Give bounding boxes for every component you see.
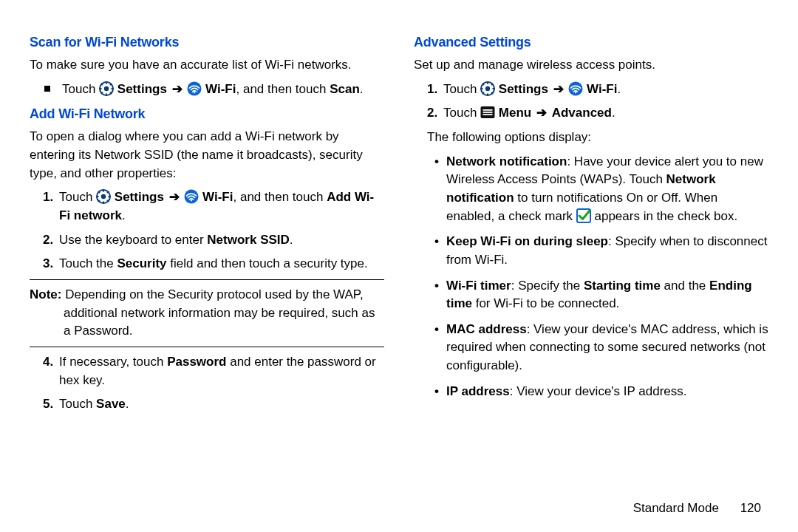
label-menu: Menu: [499, 106, 531, 120]
opt-title: MAC address: [446, 322, 527, 336]
text: .: [290, 233, 293, 247]
svg-line-20: [107, 191, 109, 193]
arrow-icon: ➔: [535, 106, 548, 120]
svg-line-8: [110, 83, 112, 85]
svg-line-7: [110, 92, 112, 94]
add-step-5: Touch Save.: [43, 395, 384, 414]
option-wifi-timer: Wi-Fi timer: Specify the Starting time a…: [434, 277, 768, 313]
label-settings: Settings: [117, 82, 167, 96]
text: Use the keyboard to enter: [59, 233, 207, 247]
label-settings: Settings: [115, 190, 164, 204]
svg-line-33: [482, 92, 484, 94]
add-intro: To open a dialog where you can add a Wi-…: [30, 128, 384, 183]
label-start-time: Starting time: [584, 279, 661, 293]
label-wifi: Wi-Fi: [202, 190, 233, 204]
opt-title: IP address: [446, 384, 510, 398]
svg-point-35: [575, 92, 576, 93]
label-security: Security: [117, 256, 166, 270]
arrow-icon: ➔: [171, 82, 184, 96]
add-step-2: Use the keyboard to enter Network SSID.: [43, 231, 384, 250]
options-intro: The following options display:: [414, 129, 768, 147]
add-steps-cont: If necessary, touch Password and enter t…: [30, 353, 384, 414]
footer-mode: Standard Mode: [633, 501, 719, 515]
text: and the: [661, 279, 709, 293]
text: appears in the check box.: [595, 209, 738, 223]
settings-icon: [96, 189, 111, 204]
text: : View your device's IP address.: [510, 384, 687, 398]
page-number: 120: [740, 501, 761, 515]
heading-scan: Scan for Wi-Fi Networks: [30, 33, 384, 52]
text: If necessary, touch: [59, 355, 167, 369]
adv-step-2: Touch Menu ➔ Advanced.: [427, 104, 768, 123]
option-mac-address: MAC address: View your device's MAC addr…: [434, 321, 768, 375]
heading-add: Add Wi-Fi Network: [30, 104, 384, 123]
label-save: Save: [96, 397, 126, 411]
option-ip-address: IP address: View your device's IP addres…: [434, 383, 768, 401]
svg-line-32: [491, 83, 493, 85]
label-advanced: Advanced: [552, 106, 612, 120]
option-keep-wifi-sleep: Keep Wi-Fi on during sleep: Specify when…: [434, 233, 768, 269]
text: .: [360, 82, 364, 96]
label-wifi: Wi-Fi: [587, 82, 617, 96]
wifi-icon: [187, 81, 202, 96]
add-step-4: If necessary, touch Password and enter t…: [43, 353, 384, 389]
note-label: Note:: [30, 287, 61, 301]
label-wifi: Wi-Fi: [205, 82, 236, 96]
heading-advanced: Advanced Settings: [414, 33, 768, 52]
note-body: Note: Depending on the Security protocol…: [30, 283, 384, 344]
text: Touch the: [59, 256, 117, 270]
svg-line-18: [98, 191, 100, 193]
left-column: Scan for Wi-Fi Networks To make sure you…: [30, 30, 384, 458]
svg-rect-37: [483, 109, 493, 111]
wifi-icon: [184, 189, 199, 204]
adv-steps: Touch Settings ➔ Wi-Fi. Touch Menu ➔ Adv…: [414, 81, 768, 123]
adv-step-1: Touch Settings ➔ Wi-Fi.: [427, 81, 768, 99]
svg-rect-39: [483, 115, 493, 116]
opt-title: Network notification: [446, 154, 567, 168]
svg-line-6: [101, 83, 103, 85]
svg-point-11: [194, 92, 195, 93]
option-network-notification: Network notification: Have your device a…: [434, 153, 768, 226]
settings-icon: [99, 81, 114, 96]
text: : Specify the: [511, 279, 584, 293]
add-steps: Touch Settings ➔ Wi-Fi, and then touch A…: [30, 188, 384, 273]
svg-point-25: [485, 86, 490, 91]
menu-icon: [480, 105, 495, 120]
arrow-icon: ➔: [552, 82, 565, 96]
scan-step-1: Touch Settings ➔ Wi-Fi, and then touch S…: [43, 81, 384, 99]
svg-line-30: [482, 83, 484, 85]
opt-title: Wi-Fi timer: [446, 279, 511, 293]
text: Touch: [59, 397, 96, 411]
text: for Wi-Fi to be connected.: [472, 296, 619, 310]
svg-point-13: [101, 194, 106, 199]
add-step-1: Touch Settings ➔ Wi-Fi, and then touch A…: [43, 188, 384, 225]
label-scan: Scan: [330, 82, 360, 96]
svg-point-23: [191, 200, 192, 202]
label-settings: Settings: [499, 82, 548, 96]
wifi-icon: [568, 81, 583, 96]
svg-line-9: [101, 92, 103, 94]
note-text: Depending on the Security protocol used …: [61, 287, 375, 338]
adv-intro: Set up and manage wireless access points…: [414, 56, 768, 75]
add-step-3: Touch the Security field and then touch …: [43, 255, 384, 273]
scan-steps: Touch Settings ➔ Wi-Fi, and then touch S…: [30, 81, 384, 99]
footer: Standard Mode 120: [633, 501, 761, 516]
rule: [30, 347, 384, 347]
settings-icon: [480, 81, 495, 96]
text: field and then touch a security type.: [167, 256, 368, 270]
text: .: [617, 82, 621, 96]
arrow-icon: ➔: [168, 190, 181, 204]
text: Touch: [443, 106, 480, 120]
note-block: Note: Depending on the Security protocol…: [30, 279, 384, 347]
options-list: Network notification: Have your device a…: [414, 153, 768, 401]
svg-rect-38: [483, 112, 493, 113]
page-body: Scan for Wi-Fi Networks To make sure you…: [0, 0, 798, 473]
svg-line-19: [107, 200, 109, 202]
rule: [30, 279, 384, 280]
label-password: Password: [167, 355, 226, 369]
text: .: [612, 106, 615, 120]
text: Touch: [59, 190, 96, 204]
svg-line-21: [98, 200, 100, 202]
text: Touch: [62, 82, 99, 96]
text: .: [126, 397, 129, 411]
